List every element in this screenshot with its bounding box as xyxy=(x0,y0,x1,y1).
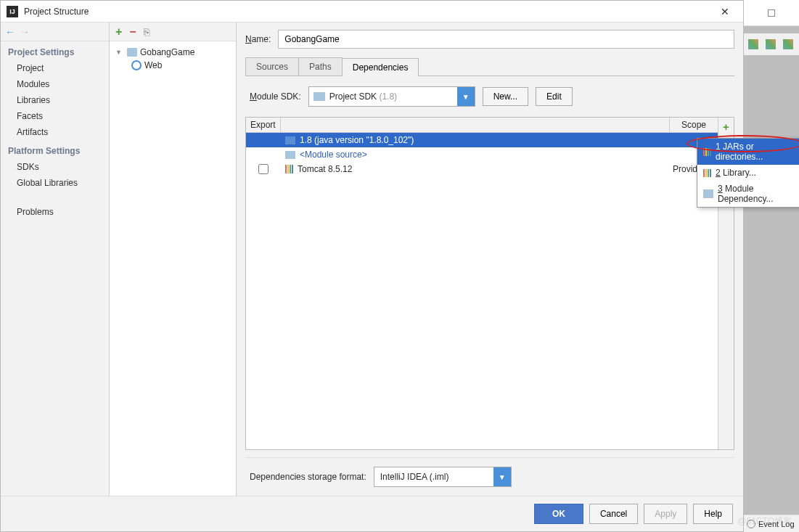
tree-toolbar: + − ⎘ xyxy=(110,22,236,41)
nav-facets[interactable]: Facets xyxy=(1,108,109,124)
sdk-label: Module SDK: xyxy=(250,91,301,102)
apply-button[interactable]: Apply xyxy=(644,504,687,524)
module-tree: ▼ GobangGame Web xyxy=(110,41,236,76)
module-editor: Name: Sources Paths Dependencies Module … xyxy=(237,22,743,496)
outer-window-controls xyxy=(744,0,799,26)
nav-project[interactable]: Project xyxy=(1,60,109,76)
sdk-row: Module SDK: Project SDK (1.8) ▼ New... E… xyxy=(245,76,734,117)
name-label: Name: xyxy=(245,34,271,44)
export-checkbox[interactable] xyxy=(258,164,269,174)
tab-paths[interactable]: Paths xyxy=(298,57,343,75)
dep-row[interactable]: <Module source> xyxy=(246,147,718,162)
storage-row: Dependencies storage format: IntelliJ ID… xyxy=(245,457,734,496)
project-structure-dialog: IJ Project Structure ✕ ← → Project Setti… xyxy=(0,0,744,532)
window-title: Project Structure xyxy=(24,7,713,17)
storage-dropdown[interactable]: IntelliJ IDEA (.iml) ▼ xyxy=(374,467,512,487)
dependencies-table-area: Export Scope 1.8 (java version "1.8.0_10… xyxy=(245,117,734,450)
nav-problems[interactable]: Problems xyxy=(1,204,109,220)
storage-label: Dependencies storage format: xyxy=(250,472,366,482)
background-window xyxy=(744,0,799,532)
tab-dependencies[interactable]: Dependencies xyxy=(342,58,419,76)
header-scope[interactable]: Scope xyxy=(670,118,718,132)
library-icon xyxy=(285,165,293,173)
folder-icon xyxy=(285,136,295,144)
dependencies-table: Export Scope 1.8 (java version "1.8.0_10… xyxy=(246,118,718,449)
tab-sources[interactable]: Sources xyxy=(245,57,299,75)
web-icon xyxy=(131,60,142,70)
dep-row[interactable]: Tomcat 8.5.12 Provided xyxy=(246,162,718,176)
menu-item-library[interactable]: 2 Library... xyxy=(697,165,799,181)
watermark: @51CTO博客 xyxy=(737,515,792,528)
tree-label: GobangGame xyxy=(140,47,194,57)
dep-row[interactable]: 1.8 (java version "1.8.0_102") xyxy=(246,133,718,147)
caret-down-icon: ▼ xyxy=(457,87,475,106)
name-row: Name: xyxy=(245,30,734,49)
nav-sdks[interactable]: SDKs xyxy=(1,159,109,175)
folder-icon xyxy=(314,92,325,101)
remove-icon[interactable]: − xyxy=(129,25,136,38)
project-settings-header: Project Settings xyxy=(1,41,109,60)
help-button[interactable]: Help xyxy=(693,504,733,524)
copy-icon[interactable]: ⎘ xyxy=(144,26,149,38)
name-input[interactable] xyxy=(278,30,734,49)
library-icon xyxy=(703,148,711,156)
menu-item-jars[interactable]: 1 JARs or directories... xyxy=(697,139,799,165)
header-export[interactable]: Export xyxy=(246,118,281,132)
app-icon: IJ xyxy=(7,6,18,17)
cancel-button[interactable]: Cancel xyxy=(589,504,638,524)
platform-settings-header: Platform Settings xyxy=(1,140,109,159)
module-tree-panel: + − ⎘ ▼ GobangGame Web xyxy=(110,22,237,496)
titlebar: IJ Project Structure ✕ xyxy=(1,1,743,22)
back-icon[interactable]: ← xyxy=(5,26,15,38)
header-name[interactable] xyxy=(281,118,670,132)
add-dependency-button[interactable]: + xyxy=(723,120,729,133)
forward-icon: → xyxy=(20,26,30,38)
chevron-down-icon[interactable]: ▼ xyxy=(115,49,124,56)
dialog-buttons: OK Cancel Apply Help xyxy=(1,496,743,531)
settings-sidebar: ← → Project Settings Project Modules Lib… xyxy=(1,22,110,496)
add-icon[interactable]: + xyxy=(115,25,122,38)
close-button[interactable]: ✕ xyxy=(713,6,737,17)
outer-toolbar xyxy=(744,33,799,55)
add-dependency-menu: 1 JARs or directories... 2 Library... 3 … xyxy=(697,138,799,208)
ok-button[interactable]: OK xyxy=(534,504,583,524)
caret-down-icon: ▼ xyxy=(493,467,511,486)
module-icon xyxy=(127,48,137,57)
nav-global-libraries[interactable]: Global Libraries xyxy=(1,175,109,191)
sdk-dropdown[interactable]: Project SDK (1.8) ▼ xyxy=(308,86,475,107)
library-icon xyxy=(703,169,711,177)
menu-item-module-dependency[interactable]: 3 Module Dependency... xyxy=(697,181,799,207)
tree-web-row[interactable]: Web xyxy=(112,59,233,72)
nav-libraries[interactable]: Libraries xyxy=(1,92,109,108)
deps-header: Export Scope xyxy=(246,118,718,133)
edit-sdk-button[interactable]: Edit xyxy=(536,87,573,106)
nav-artifacts[interactable]: Artifacts xyxy=(1,124,109,140)
tree-module-row[interactable]: ▼ GobangGame xyxy=(112,46,233,59)
module-icon xyxy=(703,189,713,198)
toolbar-icon[interactable] xyxy=(748,39,758,49)
module-tabs: Sources Paths Dependencies xyxy=(245,57,734,76)
folder-icon xyxy=(285,151,295,159)
toolbar-icon[interactable] xyxy=(766,39,776,49)
nav-toolbar: ← → xyxy=(1,22,109,41)
restore-icon[interactable] xyxy=(768,9,775,17)
tree-label: Web xyxy=(144,60,162,70)
new-sdk-button[interactable]: New... xyxy=(483,87,528,106)
toolbar-icon[interactable] xyxy=(783,39,793,49)
nav-modules[interactable]: Modules xyxy=(1,76,109,92)
